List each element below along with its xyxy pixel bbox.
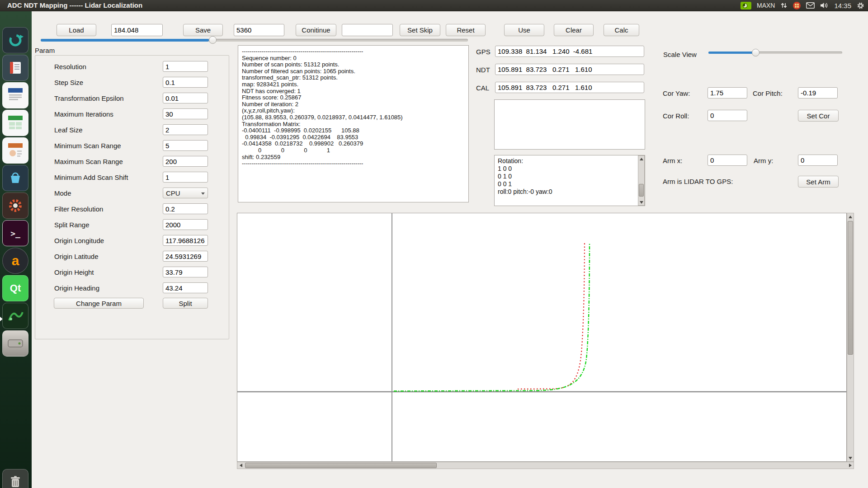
- rotation-scrollbar[interactable]: [638, 155, 645, 206]
- param-label-step-size: Step Size: [54, 79, 83, 86]
- transformation-epsilon-input[interactable]: [163, 93, 208, 103]
- session-gear-icon[interactable]: [857, 2, 864, 9]
- scroll-up-icon[interactable]: [640, 158, 643, 160]
- mode-select[interactable]: CPU: [163, 188, 208, 198]
- leaf-size-input[interactable]: [163, 124, 208, 135]
- dock-icon-mapping-app[interactable]: [2, 303, 28, 329]
- timeline-slider[interactable]: [41, 35, 468, 45]
- clear-button[interactable]: Clear: [554, 24, 594, 36]
- desktop: ADC NDT Mapping ------ Lidar Localizatio…: [0, 0, 868, 488]
- cor-roll-label: Cor Roll:: [663, 112, 689, 120]
- cor-yaw-input[interactable]: [708, 87, 747, 99]
- param-label-origin-heading: Origin Heading: [54, 284, 99, 292]
- gps-label: GPS: [476, 48, 491, 56]
- continue-button[interactable]: Conitinue: [296, 24, 336, 36]
- arm-x-input[interactable]: [708, 155, 747, 166]
- volume-icon[interactable]: [820, 2, 829, 9]
- origin-latitude-input[interactable]: [163, 251, 208, 262]
- save-value-input[interactable]: [234, 24, 284, 36]
- calc-button[interactable]: Calc: [604, 24, 639, 36]
- window-title: ADC NDT Mapping ------ Lidar Localizatio…: [7, 1, 142, 9]
- plot-horizontal-scrollbar[interactable]: [237, 462, 854, 469]
- scroll-down-icon[interactable]: [640, 201, 643, 204]
- log-output-box[interactable]: ----------------------------------------…: [238, 45, 469, 202]
- scale-view-slider[interactable]: [708, 48, 842, 57]
- split-range-input[interactable]: [163, 219, 208, 230]
- plot-hscrollbar-thumb[interactable]: [245, 463, 437, 468]
- origin-heading-input[interactable]: [163, 282, 208, 293]
- dock-icon-disk-utility[interactable]: [2, 330, 28, 357]
- origin-height-input[interactable]: [163, 267, 208, 277]
- nvidia-icon[interactable]: [741, 2, 751, 9]
- minimum-scan-range-input[interactable]: [163, 140, 208, 151]
- system-top-bar: ADC NDT Mapping ------ Lidar Localizatio…: [0, 0, 868, 11]
- arm-y-input[interactable]: [798, 155, 838, 166]
- reset-button[interactable]: Reset: [446, 24, 486, 36]
- rotation-display-box[interactable]: Rotation: 1 0 0 0 1 0 0 0 1 roll:0 pitch…: [494, 155, 645, 206]
- dock-icon-software-center[interactable]: [2, 165, 28, 191]
- clock-label[interactable]: 14:35: [834, 2, 851, 9]
- dock-icon-qt-creator[interactable]: Qt: [2, 275, 28, 301]
- load-button[interactable]: Load: [57, 24, 96, 36]
- step-size-input[interactable]: [163, 77, 208, 88]
- cor-roll-input[interactable]: [708, 110, 747, 121]
- arm-y-label: Arm y:: [754, 157, 773, 164]
- minimum-add-scan-shift-input[interactable]: [163, 172, 208, 183]
- maximum-iterations-input[interactable]: [163, 108, 208, 119]
- dock-icon-system-settings[interactable]: [2, 192, 28, 219]
- param-label-origin-height: Origin Height: [54, 268, 94, 276]
- ndt-value-input[interactable]: [495, 64, 644, 75]
- origin-longitude-input[interactable]: [163, 235, 208, 246]
- scroll-down-icon[interactable]: [849, 457, 852, 460]
- load-value-input[interactable]: [111, 24, 163, 36]
- dock-icon-libreoffice-impress[interactable]: [2, 137, 28, 164]
- dock-icon-libreoffice-calc[interactable]: [2, 110, 28, 136]
- scale-view-label: Scale View: [663, 51, 697, 58]
- dock-icon-amazon[interactable]: a: [2, 248, 28, 274]
- use-button[interactable]: Use: [504, 24, 544, 36]
- param-label-maximum-iterations: Maximum Iterations: [54, 110, 113, 118]
- mail-icon[interactable]: [806, 2, 815, 9]
- scale-view-slider-handle[interactable]: [752, 49, 760, 56]
- trajectory-plot[interactable]: [237, 213, 847, 462]
- dock-icon-libreoffice-writer[interactable]: [2, 82, 28, 108]
- skip-value-input[interactable]: [342, 24, 393, 36]
- cal-value-input[interactable]: [495, 82, 644, 93]
- plot-vertical-scrollbar[interactable]: [847, 213, 854, 462]
- system-tray: MAXN 14:35: [741, 0, 864, 11]
- param-label-origin-latitude: Origin Latitude: [54, 253, 99, 260]
- resolution-input[interactable]: [163, 61, 208, 72]
- maximum-scan-range-input[interactable]: [163, 156, 208, 167]
- rotation-scrollbar-thumb[interactable]: [639, 184, 644, 197]
- param-label-maximum-scan-range: Maximum Scan Range: [54, 158, 123, 165]
- set-skip-button[interactable]: Set Skip: [400, 24, 440, 36]
- cor-pitch-input[interactable]: [798, 87, 838, 99]
- gpu-mode-label[interactable]: MAXN: [757, 2, 775, 9]
- change-param-button[interactable]: Change Param: [54, 298, 144, 309]
- filter-resolution-input[interactable]: [163, 203, 208, 214]
- set-cor-button[interactable]: Set Cor: [798, 110, 839, 122]
- cal-label: CAL: [476, 84, 489, 92]
- cor-yaw-label: Cor Yaw:: [663, 89, 690, 97]
- set-arm-button[interactable]: Set Arm: [798, 176, 839, 188]
- scroll-right-icon[interactable]: [849, 464, 852, 467]
- param-label-resolution: Resolution: [54, 63, 86, 70]
- dock-icon-terminal[interactable]: >_: [2, 220, 28, 246]
- timeline-slider-handle[interactable]: [209, 36, 217, 44]
- dock-icon-workspace-switcher[interactable]: [2, 27, 28, 53]
- updown-arrows-icon[interactable]: [780, 2, 788, 9]
- dock-trash-icon[interactable]: [2, 469, 28, 488]
- dock-icon-files[interactable]: [2, 55, 28, 81]
- gps-value-input[interactable]: [495, 46, 644, 57]
- scroll-up-icon[interactable]: [849, 216, 852, 218]
- param-label-transformation-epsilon: Transformation Epsilon: [54, 94, 124, 102]
- plot-vscrollbar-thumb[interactable]: [848, 221, 853, 355]
- split-button[interactable]: Split: [163, 298, 208, 309]
- input-method-icon[interactable]: [793, 2, 801, 9]
- gps-trajectory-path: [518, 241, 585, 389]
- scroll-left-icon[interactable]: [240, 464, 242, 467]
- blank-display-box: [494, 99, 645, 150]
- param-group-title: Param: [35, 47, 55, 54]
- save-button[interactable]: Save: [183, 24, 223, 36]
- launcher-dock: >_ a Qt: [0, 11, 32, 488]
